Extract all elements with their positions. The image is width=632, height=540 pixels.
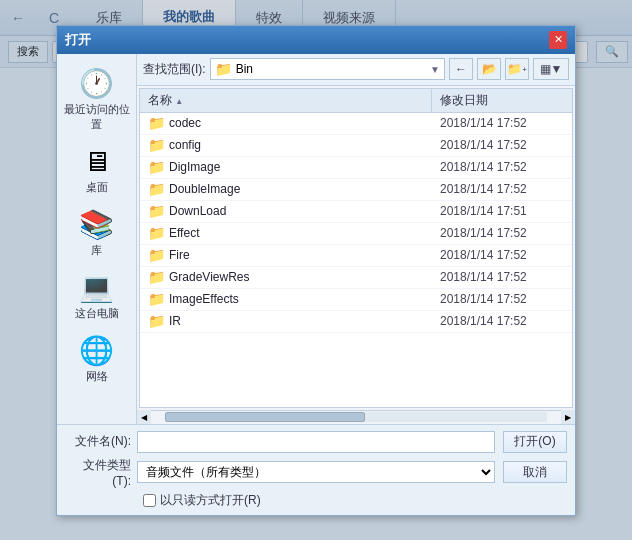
this-pc-icon: 💻 — [77, 270, 117, 306]
folder-icon: 📁 — [148, 225, 165, 241]
open-button[interactable]: 打开(O) — [503, 431, 567, 453]
sort-arrow-icon: ▲ — [175, 97, 183, 106]
sidebar-item-desktop[interactable]: 🖥 桌面 — [62, 140, 132, 199]
dialog-toolbar: 查找范围(I): 📁 Bin ▼ Bin ← 📂 📁+ ▦▼ — [137, 54, 575, 86]
table-row[interactable]: 📁Effect 2018/1/14 17:52 — [140, 223, 572, 245]
filetype-row: 文件类型(T): 音频文件（所有类型） 取消 — [65, 457, 567, 488]
cancel-button[interactable]: 取消 — [503, 461, 567, 483]
table-row[interactable]: 📁DownLoad 2018/1/14 17:51 — [140, 201, 572, 223]
file-list-header: 名称 ▲ 修改日期 — [140, 89, 572, 113]
sidebar-item-network[interactable]: 🌐 网络 — [62, 329, 132, 388]
dialog-overlay: 打开 ✕ 🕐 最近访问的位置 🖥 桌面 📚 — [0, 0, 632, 540]
folder-icon: 📁 — [148, 181, 165, 197]
folder-icon: 📁 — [148, 247, 165, 263]
sidebar-item-this-pc[interactable]: 💻 这台电脑 — [62, 266, 132, 325]
dialog-bottom: 文件名(N): 打开(O) 文件类型(T): 音频文件（所有类型） 取消 以只读… — [57, 424, 575, 515]
nav-back-btn[interactable]: ← — [449, 58, 473, 80]
hscroll-right-btn[interactable]: ▶ — [561, 410, 575, 424]
folder-icon: 📁 — [148, 203, 165, 219]
sidebar-item-network-label: 网络 — [86, 369, 108, 384]
dialog-close-button[interactable]: ✕ — [549, 31, 567, 49]
nav-view-btn[interactable]: ▦▼ — [533, 58, 569, 80]
table-row[interactable]: 📁GradeViewRes 2018/1/14 17:52 — [140, 267, 572, 289]
filetype-label: 文件类型(T): — [65, 457, 137, 488]
sidebar-item-desktop-label: 桌面 — [86, 180, 108, 195]
folder-icon: 📁 — [148, 313, 165, 329]
table-row[interactable]: 📁Fire 2018/1/14 17:52 — [140, 245, 572, 267]
file-list-area: 名称 ▲ 修改日期 📁codec 2018/1/14 17:52 — [137, 86, 575, 410]
readonly-label: 以只读方式打开(R) — [160, 492, 261, 509]
sidebar-item-library[interactable]: 📚 库 — [62, 203, 132, 262]
sidebar-item-this-pc-label: 这台电脑 — [75, 306, 119, 321]
location-dropdown[interactable]: 📁 Bin ▼ Bin — [210, 58, 445, 80]
file-dialog: 打开 ✕ 🕐 最近访问的位置 🖥 桌面 📚 — [56, 25, 576, 516]
folder-icon: 📁 — [148, 159, 165, 175]
sidebar-item-library-label: 库 — [91, 243, 102, 258]
nav-new-folder-btn[interactable]: 📁+ — [505, 58, 529, 80]
dialog-body: 🕐 最近访问的位置 🖥 桌面 📚 库 💻 这台电脑 — [57, 54, 575, 424]
filename-input[interactable] — [137, 431, 495, 453]
app-window: ← C 乐库 我的歌曲 特效 视频来源 搜索 🔍 打开 ✕ — [0, 0, 632, 540]
dialog-main: 查找范围(I): 📁 Bin ▼ Bin ← 📂 📁+ ▦▼ — [137, 54, 575, 424]
table-row[interactable]: 📁ImageEffects 2018/1/14 17:52 — [140, 289, 572, 311]
dialog-titlebar: 打开 ✕ — [57, 26, 575, 54]
filetype-select[interactable]: 音频文件（所有类型） — [137, 461, 495, 483]
file-list-container[interactable]: 名称 ▲ 修改日期 📁codec 2018/1/14 17:52 — [139, 88, 573, 408]
dialog-sidebar: 🕐 最近访问的位置 🖥 桌面 📚 库 💻 这台电脑 — [57, 54, 137, 424]
sidebar-item-recent[interactable]: 🕐 最近访问的位置 — [62, 62, 132, 136]
filename-row: 文件名(N): 打开(O) — [65, 431, 567, 453]
folder-icon: 📁 — [148, 269, 165, 285]
folder-icon: 📁 — [148, 115, 165, 131]
hscroll-left-btn[interactable]: ◀ — [137, 410, 151, 424]
horizontal-scrollbar[interactable]: ◀ ▶ — [137, 410, 575, 424]
readonly-checkbox[interactable] — [143, 494, 156, 507]
network-icon: 🌐 — [77, 333, 117, 369]
col-date-header: 修改日期 — [432, 89, 572, 112]
dialog-title: 打开 — [65, 31, 91, 49]
readonly-row: 以只读方式打开(R) — [65, 492, 567, 509]
hscroll-thumb[interactable] — [165, 412, 365, 422]
sidebar-item-recent-label: 最近访问的位置 — [64, 102, 130, 132]
nav-up-btn[interactable]: 📂 — [477, 58, 501, 80]
table-row[interactable]: 📁DigImage 2018/1/14 17:52 — [140, 157, 572, 179]
hscroll-track — [165, 412, 547, 422]
location-label: 查找范围(I): — [143, 61, 206, 78]
col-name-header: 名称 ▲ — [140, 89, 432, 112]
folder-icon: 📁 — [148, 137, 165, 153]
folder-icon: 📁 — [148, 291, 165, 307]
table-row[interactable]: 📁IR 2018/1/14 17:52 — [140, 311, 572, 333]
table-row[interactable]: 📁DoubleImage 2018/1/14 17:52 — [140, 179, 572, 201]
library-icon: 📚 — [77, 207, 117, 243]
table-row[interactable]: 📁config 2018/1/14 17:52 — [140, 135, 572, 157]
filename-label: 文件名(N): — [65, 433, 137, 450]
desktop-icon: 🖥 — [77, 144, 117, 180]
table-row[interactable]: 📁codec 2018/1/14 17:52 — [140, 113, 572, 135]
recent-icon: 🕐 — [77, 66, 117, 102]
